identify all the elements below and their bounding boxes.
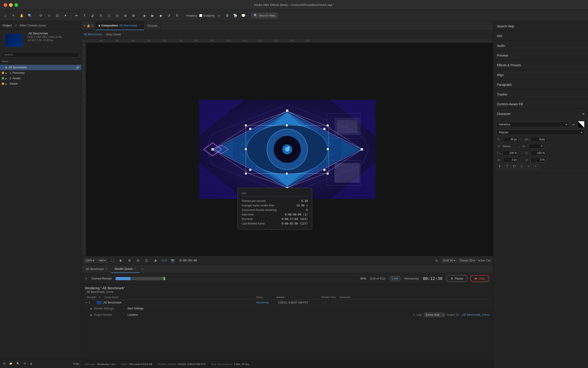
brush-tool[interactable]: 🖌 (89, 12, 96, 19)
play-button[interactable]: ▶ (149, 12, 156, 19)
home-tool[interactable]: ⌂ (2, 12, 9, 19)
rp-header-content-aware-fill[interactable]: Content-Aware Fill (493, 99, 588, 109)
renderer-dropdown[interactable]: Draft 3D ▾ (441, 258, 457, 263)
zoom-tool[interactable]: 🔍 (26, 12, 34, 19)
baseline-input[interactable] (503, 157, 518, 162)
breadcrumb-parent[interactable]: AE Benchmark (84, 33, 102, 36)
expand-assets-arrow[interactable]: ▶ (5, 77, 8, 80)
comment-btn[interactable]: 💬 (240, 12, 247, 19)
pin-tool[interactable]: ⊕ (130, 12, 137, 19)
view-fullscreen[interactable]: ⛶ (108, 257, 116, 264)
font-dropdown[interactable]: Helvetica ▾ (497, 122, 569, 127)
renderer2-dropdown[interactable]: Classic 3D ▾ (458, 258, 476, 263)
settings-btn[interactable]: ⚙ (223, 12, 231, 19)
tl-tab-rq-close[interactable]: ✕ (134, 267, 136, 270)
align-tool[interactable]: ⊡ (53, 12, 61, 19)
smallcaps-btn[interactable]: Tt (518, 164, 525, 169)
rp-header-preview[interactable]: Preview (493, 50, 588, 60)
puppet2-tool[interactable]: ⊛ (122, 12, 129, 19)
errors-only-dropdown[interactable]: Errors Only ▾ (424, 313, 445, 317)
rp-header-align[interactable]: Align (493, 70, 588, 79)
add-marker[interactable]: ◆ (157, 12, 164, 19)
eraser-tool[interactable]: ◻ (105, 12, 113, 19)
rp-header-effects-presets[interactable]: Effects & Presets (493, 60, 588, 70)
info-badge-button[interactable]: ℹ Info (389, 276, 401, 281)
rr1-toggle[interactable]: ▼ (85, 302, 87, 304)
roto-tool[interactable]: ⊙ (114, 12, 121, 19)
color-swatch[interactable] (578, 121, 584, 128)
arrow-tool[interactable]: ↖ (10, 12, 17, 19)
leading-input[interactable] (531, 137, 546, 142)
vscale-input[interactable] (531, 150, 546, 156)
folder-button[interactable]: 📁 (8, 362, 14, 366)
italic-btn[interactable]: T (504, 164, 510, 169)
orbit-tool[interactable]: ⟳ (37, 12, 45, 19)
close-comp-tab[interactable]: ✕ (139, 24, 141, 27)
close-button[interactable] (4, 3, 7, 7)
quality-dropdown[interactable]: Half ▾ (97, 258, 107, 263)
om-toggle[interactable]: ▶ (90, 314, 92, 316)
pen-tool[interactable]: ✒ (73, 12, 80, 19)
color-correct[interactable]: ◑ (151, 257, 159, 264)
view-alpha[interactable]: ◐ (117, 257, 125, 264)
hscale-input[interactable] (503, 150, 518, 156)
broadcast-btn[interactable]: 📡 (232, 12, 239, 19)
puppet-tool[interactable]: ✦ (62, 12, 69, 19)
tl-tab-render-queue[interactable]: Render Queue ✕ (111, 265, 140, 273)
more-options[interactable]: » (215, 12, 223, 19)
stop-button[interactable]: ⏺ Stop (470, 275, 490, 282)
maximize-button[interactable] (15, 3, 18, 7)
project-search-input[interactable] (2, 52, 79, 57)
project-item-precomps[interactable]: ▶ 1. Precomps (0, 70, 81, 76)
snapshot[interactable]: 📷 (169, 257, 176, 264)
allcaps-btn[interactable]: TT (511, 164, 517, 169)
tl-tab-ae-close[interactable]: ✕ (105, 267, 107, 270)
trash-button[interactable]: 🗑 (29, 362, 34, 366)
character-section-menu-icon[interactable]: ≡ (583, 112, 584, 116)
tl-tab-menu[interactable]: ≡ (140, 265, 145, 273)
tracking-input[interactable] (528, 144, 544, 149)
keyframe-tool[interactable]: ◈ (141, 12, 148, 19)
clone-tool[interactable]: ⎘ (97, 12, 105, 19)
effect-controls-button[interactable]: Effect Controls (none) (20, 24, 46, 27)
snapping-checkbox[interactable] (199, 14, 202, 17)
view-safe[interactable]: ⊞ (126, 257, 133, 264)
minimize-button[interactable] (9, 3, 13, 7)
expand-salads-arrow[interactable]: ▶ (5, 83, 8, 85)
project-item-ae-benchmark[interactable]: ⧫ .AE Benchmark 🔗 (0, 65, 81, 70)
search-help-box[interactable]: 🔍 Search Help (251, 13, 278, 18)
add-output-btn[interactable]: + (413, 313, 415, 316)
render-bottom-button[interactable]: ⚙ (22, 362, 27, 366)
cr-chevron[interactable]: ▼ (85, 277, 88, 280)
rp-header-info[interactable]: Info (493, 31, 588, 40)
bold-btn[interactable]: T (497, 164, 503, 169)
font-size-input[interactable] (503, 137, 518, 142)
tsumi-input[interactable] (531, 157, 546, 162)
comp-viewer[interactable]: 1 2 3 4 5 6 7 8 9 (81, 43, 493, 256)
superscript-btn[interactable]: T+ (526, 164, 532, 169)
project-item-salads[interactable]: ▶ Salads (0, 81, 81, 86)
new-comp-button[interactable]: ⊞ (2, 362, 7, 366)
rp-header-character[interactable]: Character ≡ (493, 109, 588, 118)
zoom-dropdown[interactable]: 100% ▾ (84, 258, 96, 263)
forward-tool[interactable]: ↻ (173, 12, 181, 19)
view-rulers[interactable]: ◫ (143, 257, 150, 264)
rp-header-search-help[interactable]: Search Help (493, 21, 588, 31)
style-dropdown[interactable]: Regular ▾ (497, 130, 584, 135)
tl-tab-ae-benchmark[interactable]: .AE Benchmark ✕ (81, 265, 111, 273)
rs-toggle[interactable]: ▶ (90, 307, 92, 310)
tab-composition[interactable]: ⧫ Composition AE Benchmark ✕ (95, 21, 144, 30)
text-tool[interactable]: T (81, 12, 88, 19)
view-grid[interactable]: ⊟ (134, 257, 142, 264)
font-picker-btn[interactable]: ✏ (571, 122, 576, 127)
project-item-assets[interactable]: ▶ 2. Assets (0, 76, 81, 81)
transform-tool[interactable]: ⊹ (45, 12, 53, 19)
rp-header-paragraph[interactable]: Paragraph (493, 80, 588, 89)
hand-tool[interactable]: ✋ (18, 12, 25, 19)
expand-precomps-arrow[interactable]: ▶ (5, 72, 8, 74)
rp-header-audio[interactable]: Audio (493, 41, 588, 50)
search-bottom-button[interactable]: 🔍 (15, 362, 21, 366)
subscript-btn[interactable]: T- (533, 164, 539, 169)
back-tool[interactable]: ↺ (165, 12, 173, 19)
tab-console[interactable]: Console (144, 21, 160, 30)
